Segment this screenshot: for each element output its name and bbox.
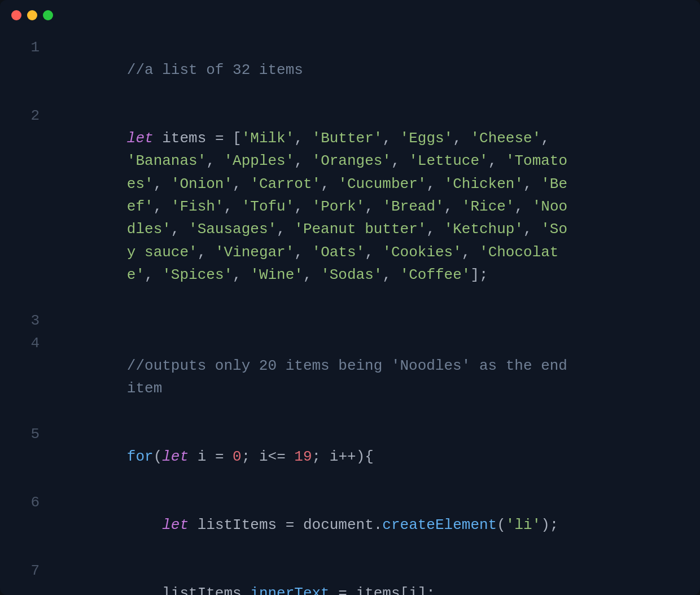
bracket-open: [	[233, 130, 242, 147]
str-eggs: 'Eggs'	[400, 130, 453, 147]
str-vinegar: 'Vinegar'	[215, 244, 294, 261]
str-rice: 'Rice'	[462, 198, 515, 215]
comma-28: ,	[145, 266, 162, 283]
comma-18: ,	[444, 198, 462, 215]
paren-ce: (	[497, 517, 506, 533]
str-pb: 'Peanut butter'	[294, 221, 426, 238]
str-carrot: 'Carrot'	[250, 176, 321, 193]
line-number-6: 6	[11, 491, 40, 514]
op-assign: =	[215, 448, 233, 465]
var-i-7: i	[409, 585, 418, 595]
comma-16: ,	[294, 198, 312, 215]
comma-5: ,	[206, 152, 224, 169]
comma-1: ,	[294, 130, 312, 147]
str-sausages: 'Sausages'	[189, 221, 277, 238]
comma-30: ,	[303, 266, 321, 283]
paren-ce-close: );	[541, 517, 558, 533]
line-content-7: listItems.innerText = items[i];	[56, 559, 689, 595]
bracket-7-close: ];	[418, 585, 435, 595]
var-i-3: i	[330, 448, 339, 465]
code-editor[interactable]: 1 //a list of 32 items 2 let items = ['M…	[0, 30, 700, 595]
str-spices: 'Spices'	[162, 266, 233, 283]
code-line-2: 2 let items = ['Milk', 'Butter', 'Eggs',…	[0, 104, 700, 309]
line-content-5: for(let i = 0; i<= 19; i++){	[56, 423, 689, 491]
bracket-close: ];	[470, 266, 488, 283]
op-lte: <=	[268, 448, 295, 465]
str-sodas: 'Sodas'	[321, 266, 382, 283]
str-cucumber: 'Cucumber'	[338, 176, 426, 193]
comma-22: ,	[426, 221, 444, 238]
comma-17: ,	[365, 198, 382, 215]
comma-11: ,	[321, 176, 338, 193]
keyword-let-2: let	[127, 130, 162, 147]
str-milk: 'Milk'	[242, 130, 295, 147]
str-oats: 'Oats'	[312, 244, 365, 261]
comma-27: ,	[462, 244, 479, 261]
var-listItems: listItems	[198, 517, 286, 533]
comma-9: ,	[154, 176, 171, 193]
op-inc: ++	[338, 448, 356, 465]
str-coffee: 'Coffee'	[400, 266, 471, 283]
str-ketchup: 'Ketchup'	[444, 221, 523, 238]
comma-15: ,	[224, 198, 241, 215]
comma-20: ,	[171, 221, 189, 238]
var-i: i	[198, 448, 215, 465]
titlebar	[0, 0, 700, 30]
op-eq-6: =	[286, 517, 303, 533]
str-chicken: 'Chicken'	[444, 176, 523, 193]
var-items: items	[162, 130, 215, 147]
comma-8: ,	[488, 152, 506, 169]
str-fish: 'Fish'	[171, 198, 224, 215]
paren-open-for: (	[154, 448, 163, 465]
line-number-4: 4	[11, 332, 40, 355]
keyword-let-6: let	[162, 517, 197, 533]
semi-1: ;	[242, 448, 259, 465]
comma-12: ,	[426, 176, 444, 193]
comma-10: ,	[233, 176, 250, 193]
listItems-7: listItems.	[162, 585, 250, 595]
comma-3: ,	[453, 130, 470, 147]
comma-29: ,	[233, 266, 250, 283]
line-content-3	[56, 309, 689, 332]
close-button[interactable]	[11, 10, 21, 20]
str-tofu: 'Tofu'	[242, 198, 295, 215]
line-content-1: //a list of 32 items	[56, 36, 689, 104]
str-onion: 'Onion'	[171, 176, 233, 193]
line-content-6: let listItems = document.createElement('…	[56, 491, 689, 559]
line-number-1: 1	[11, 36, 40, 59]
str-lettuce: 'Lettuce'	[409, 152, 488, 169]
var-i-2: i	[259, 448, 268, 465]
bracket-7: [	[400, 585, 409, 595]
comma-19: ,	[514, 198, 532, 215]
comma-7: ,	[391, 152, 409, 169]
doc-ref: document.	[303, 517, 382, 533]
line-number-5: 5	[11, 423, 40, 445]
minimize-button[interactable]	[27, 10, 37, 20]
func-createElement: createElement	[382, 517, 497, 533]
keyword-for: for	[127, 448, 154, 465]
indent-7	[127, 585, 162, 595]
str-oranges: 'Oranges'	[312, 152, 391, 169]
line-number-2: 2	[11, 104, 40, 127]
code-line-6: 6 let listItems = document.createElement…	[0, 491, 700, 559]
comma-31: ,	[382, 266, 400, 283]
str-cheese: 'Cheese'	[470, 130, 541, 147]
str-bananas: 'Bananas'	[127, 152, 206, 169]
comma-21: ,	[277, 221, 294, 238]
comma-24: ,	[198, 244, 215, 261]
items-idx: items	[356, 585, 400, 595]
comment-1: //a list of 32 items	[127, 62, 303, 78]
comma-13: ,	[523, 176, 541, 193]
str-butter: 'Butter'	[312, 130, 383, 147]
code-line-4: 4 //outputs only 20 items being 'Noodles…	[0, 332, 700, 423]
line-content-2: let items = ['Milk', 'Butter', 'Eggs', '…	[56, 104, 689, 309]
str-li: 'li'	[506, 517, 541, 533]
keyword-let-5: let	[162, 448, 197, 465]
code-line-1: 1 //a list of 32 items	[0, 36, 700, 104]
str-cookies: 'Cookies'	[382, 244, 461, 261]
code-line-5: 5 for(let i = 0; i<= 19; i++){	[0, 423, 700, 491]
maximize-button[interactable]	[43, 10, 53, 20]
comma-25: ,	[294, 244, 312, 261]
comma-14: ,	[154, 198, 171, 215]
str-bread: 'Bread'	[382, 198, 444, 215]
